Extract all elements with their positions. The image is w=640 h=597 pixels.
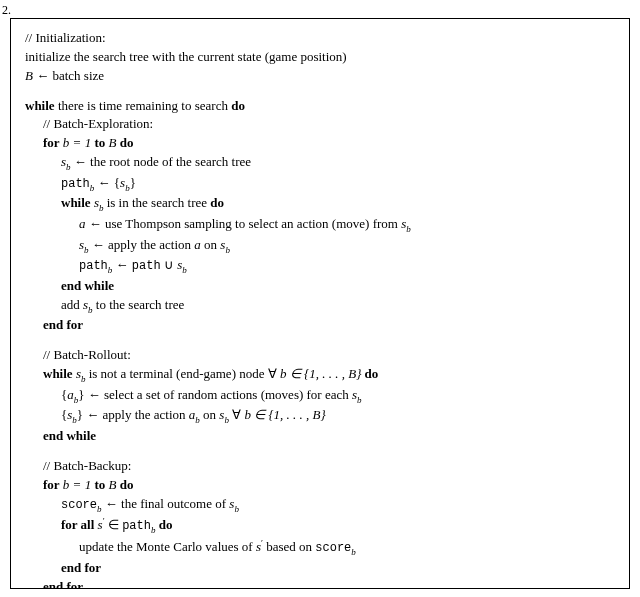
- arrow-8: ←: [83, 407, 103, 422]
- in-tree: is in the search tree: [103, 195, 210, 210]
- for-range: b = 1: [60, 135, 95, 150]
- forall-sprime: for all s′ ∈ pathb do: [25, 515, 615, 537]
- B-assign: B ← batch size: [25, 67, 615, 86]
- apply-ab: apply the action: [103, 407, 189, 422]
- path-var: path: [61, 177, 90, 191]
- inner-while: while sb is in the search tree do: [25, 194, 615, 215]
- add-text: add: [61, 297, 83, 312]
- path-plain: path: [132, 259, 161, 273]
- forall-kw: for all: [61, 518, 94, 533]
- root-text: the root node of the search tree: [90, 154, 251, 169]
- arrow-2: ←: [71, 154, 91, 169]
- score-sub-2: b: [351, 547, 356, 557]
- do-kw-2: do: [120, 135, 134, 150]
- for-b: for b = 1 to B do: [25, 134, 615, 153]
- comment-rollout: // Batch-Rollout:: [25, 346, 615, 365]
- union-icon: ∪: [161, 257, 178, 272]
- ab-select: {ab} ← select a set of random actions (m…: [25, 386, 615, 407]
- end-for-2: end for: [25, 559, 615, 578]
- init-line: initialize the search tree with the curr…: [25, 48, 615, 67]
- page-number: 2.: [2, 2, 11, 19]
- for-b-2: for b = 1 to B do: [25, 476, 615, 495]
- while-kw-3: while: [43, 366, 73, 381]
- b-in-set-2: b ∈ {1, . . . , B}: [244, 407, 325, 422]
- set-close: }: [130, 175, 136, 190]
- score-assign: scoreb ← the final outcome of sb: [25, 495, 615, 516]
- score-var-2: score: [315, 541, 351, 555]
- thompson-text: use Thompson sampling to select an actio…: [105, 216, 401, 231]
- final-outcome: the final outcome of: [121, 496, 229, 511]
- for-kw: for: [43, 135, 60, 150]
- arrow-9: ←: [102, 496, 122, 511]
- path-var-3: path: [122, 520, 151, 534]
- to-kw: to: [94, 135, 105, 150]
- comment-backup: // Batch-Backup:: [25, 457, 615, 476]
- while-cond: there is time remaining to search: [55, 98, 232, 113]
- rollout-while: while sb is not a terminal (end-game) no…: [25, 365, 615, 386]
- update-mc: update the Monte Carlo values of s′ base…: [25, 537, 615, 559]
- path-sub-3: b: [151, 525, 156, 535]
- on-sb: on: [200, 407, 220, 422]
- to-kw-2: to: [94, 477, 105, 492]
- end-for-1: end for: [25, 316, 615, 335]
- do-kw: do: [231, 98, 245, 113]
- arrow-4: ←: [86, 216, 106, 231]
- a-sample: a ← use Thompson sampling to select an a…: [25, 215, 615, 236]
- do-kw-3: do: [210, 195, 224, 210]
- arrow-7: ←: [85, 387, 105, 402]
- score-var: score: [61, 498, 97, 512]
- path-union: pathb ← path ∪ sb: [25, 256, 615, 277]
- for-kw-2: for: [43, 477, 60, 492]
- sb-sub-9: b: [357, 394, 362, 404]
- while-kw-2: while: [61, 195, 91, 210]
- arrow-icon: ←: [33, 68, 53, 83]
- based-on: based on: [263, 539, 315, 554]
- for-range-2: b = 1: [60, 477, 95, 492]
- arrow-5: ←: [89, 237, 109, 252]
- outer-while: while there is time remaining to search …: [25, 97, 615, 116]
- do-kw-5: do: [120, 477, 134, 492]
- end-for-3: end for: [25, 578, 615, 589]
- B-val: batch size: [52, 68, 104, 83]
- comment-explore: // Batch-Exploration:: [25, 115, 615, 134]
- do-kw-6: do: [159, 518, 173, 533]
- update-text: update the Monte Carlo values of: [79, 539, 256, 554]
- select-rand: select a set of random actions (moves) f…: [104, 387, 352, 402]
- to-tree: to the search tree: [93, 297, 185, 312]
- path-init: pathb ← {sb}: [25, 174, 615, 195]
- in-kw: ∈: [105, 518, 123, 533]
- sb-set-apply: {sb} ← apply the action ab on sb ∀ b ∈ {…: [25, 406, 615, 427]
- sb-apply: sb ← apply the action a on sb: [25, 236, 615, 257]
- b-in-set: b ∈ {1, . . . , B}: [280, 366, 365, 381]
- algorithm-box: // Initialization: initialize the search…: [10, 18, 630, 589]
- sb-root: sb ← the root node of the search tree: [25, 153, 615, 174]
- end-while-2: end while: [25, 427, 615, 446]
- do-kw-4: do: [365, 366, 379, 381]
- add-sb: add sb to the search tree: [25, 296, 615, 317]
- B-upper-2: B: [105, 477, 119, 492]
- B-var: B: [25, 68, 33, 83]
- not-term: is not a terminal (end-game) node ∀: [85, 366, 280, 381]
- sb-sub-3: b: [406, 224, 411, 234]
- comment-init: // Initialization:: [25, 29, 615, 48]
- apply-text: apply the action: [108, 237, 194, 252]
- on-text: on: [201, 237, 221, 252]
- sb-sub-12: b: [234, 503, 239, 513]
- sb-sub-6: b: [182, 265, 187, 275]
- while-kw: while: [25, 98, 55, 113]
- arrow-6: ←: [112, 257, 132, 272]
- B-upper: B: [105, 135, 119, 150]
- forall: ∀: [229, 407, 245, 422]
- arrow-3: ←: [94, 175, 114, 190]
- end-while-1: end while: [25, 277, 615, 296]
- sb-sub-5: b: [225, 244, 230, 254]
- path-var-2: path: [79, 259, 108, 273]
